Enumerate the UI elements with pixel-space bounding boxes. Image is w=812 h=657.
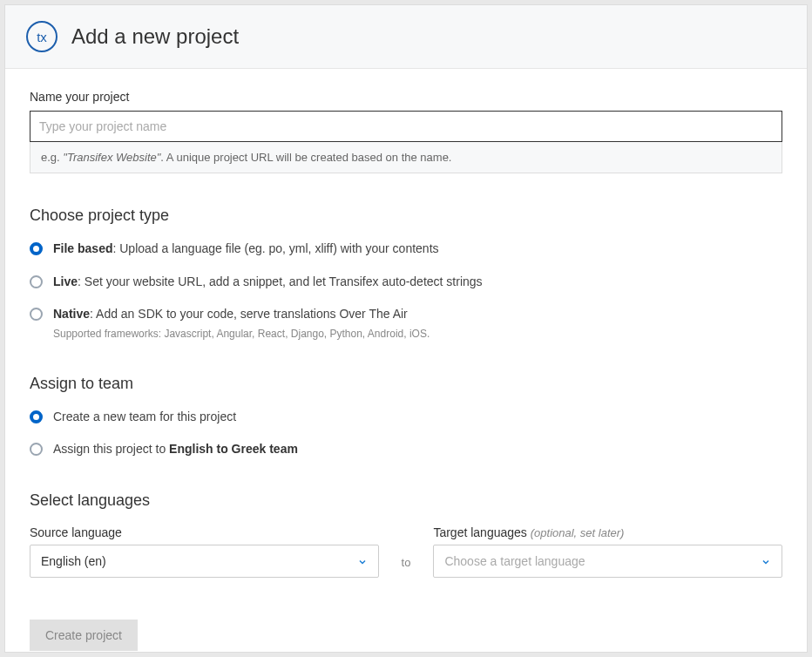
target-language-label: Target languages (optional, set later) [433, 525, 782, 539]
project-type-option-file[interactable]: File based: Upload a language file (eg. … [30, 240, 782, 258]
radio-icon[interactable] [30, 242, 43, 255]
source-language-value: English (en) [41, 554, 106, 568]
radio-icon[interactable] [30, 275, 43, 288]
hint-prefix: e.g. [41, 151, 63, 164]
project-name-input[interactable] [30, 111, 782, 142]
chevron-down-icon [357, 556, 368, 566]
target-label-text: Target languages [433, 525, 530, 539]
target-language-select[interactable]: Choose a target language [433, 545, 782, 578]
radio-icon[interactable] [30, 308, 43, 321]
create-project-button[interactable]: Create project [30, 620, 138, 651]
logo-icon: tx [26, 21, 58, 52]
team-option-prefix: Assign this project to [53, 442, 169, 456]
team-option-bold: English to Greek team [169, 442, 298, 456]
languages-title: Select languages [30, 491, 782, 510]
option-desc: : Set your website URL, add a snippet, a… [78, 274, 483, 288]
team-option-new[interactable]: Create a new team for this project [30, 409, 782, 426]
logo-text: tx [37, 30, 47, 44]
option-name: File based [53, 241, 112, 255]
team-option-assign[interactable]: Assign this project to English to Greek … [30, 441, 782, 458]
project-type-label: Native: Add an SDK to your code, serve t… [53, 306, 430, 341]
team-option-label: Assign this project to English to Greek … [53, 441, 298, 458]
project-type-option-native[interactable]: Native: Add an SDK to your code, serve t… [30, 306, 782, 341]
page-header: tx Add a new project [5, 5, 807, 69]
source-language-label: Source language [30, 525, 379, 539]
source-language-select[interactable]: English (en) [30, 545, 379, 578]
target-optional: (optional, set later) [531, 526, 625, 539]
team-option-label: Create a new team for this project [53, 409, 236, 426]
project-type-label: Live: Set your website URL, add a snippe… [53, 274, 483, 291]
option-name: Native [53, 307, 90, 321]
team-title: Assign to team [30, 375, 782, 393]
option-desc: : Add an SDK to your code, serve transla… [90, 307, 408, 321]
chevron-down-icon [761, 556, 771, 566]
target-language-placeholder: Choose a target language [444, 554, 585, 568]
team-option-text: Create a new team for this project [53, 410, 236, 423]
hint-example: "Transifex Website" [63, 151, 160, 164]
option-desc: : Upload a language file (eg. po, yml, x… [112, 241, 438, 255]
project-type-option-live[interactable]: Live: Set your website URL, add a snippe… [30, 274, 782, 291]
project-type-label: File based: Upload a language file (eg. … [53, 240, 439, 258]
form-content: Name your project e.g. "Transifex Websit… [5, 69, 807, 653]
radio-icon[interactable] [30, 443, 43, 456]
page-title: Add a new project [71, 24, 239, 49]
name-label: Name your project [30, 90, 782, 104]
radio-icon[interactable] [30, 410, 43, 423]
hint-suffix: . A unique project URL will be created b… [160, 151, 451, 164]
to-label: to [396, 556, 416, 569]
option-sub: Supported frameworks: Javascript, Angula… [53, 327, 430, 342]
name-hint: e.g. "Transifex Website". A unique proje… [30, 142, 782, 173]
option-name: Live [53, 274, 78, 288]
project-type-title: Choose project type [30, 207, 782, 225]
